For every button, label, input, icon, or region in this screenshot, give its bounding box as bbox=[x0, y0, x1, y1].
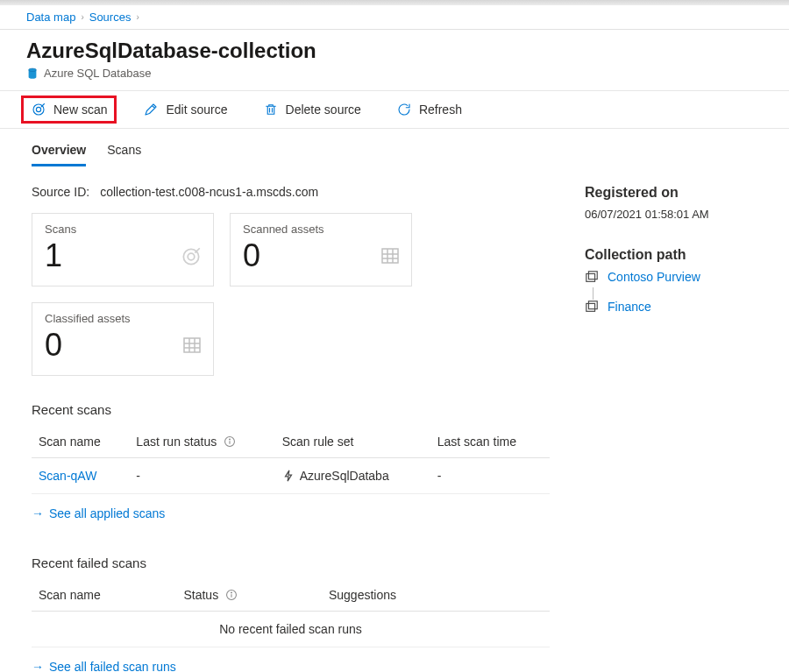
see-all-applied-scans-text: See all applied scans bbox=[49, 506, 165, 520]
see-all-failed-scans-link[interactable]: → See all failed scan runs bbox=[32, 660, 176, 672]
empty-message: No recent failed scan runs bbox=[32, 612, 550, 647]
collection-path-item: Contoso Purview bbox=[585, 270, 757, 284]
tab-overview[interactable]: Overview bbox=[32, 134, 86, 166]
see-all-applied-scans-link[interactable]: → See all applied scans bbox=[32, 506, 165, 520]
stat-cards: Scans 1 Scanned assets 0 Classified asse… bbox=[32, 213, 550, 376]
refresh-button[interactable]: Refresh bbox=[387, 95, 471, 124]
col-failed-status[interactable]: Status bbox=[176, 579, 321, 612]
chevron-right-icon: › bbox=[81, 12, 83, 22]
page-title: AzureSqlDatabase-collection bbox=[26, 39, 763, 63]
recent-failed-heading: Recent failed scans bbox=[32, 555, 550, 570]
info-icon[interactable] bbox=[225, 589, 238, 601]
col-failed-status-text: Status bbox=[183, 588, 218, 602]
col-scan-rule-set[interactable]: Scan rule set bbox=[275, 426, 430, 458]
col-failed-name[interactable]: Scan name bbox=[32, 579, 176, 612]
table-row[interactable]: Scan-qAW - AzureSqlDataba - bbox=[32, 458, 550, 494]
registered-on-label: Registered on bbox=[585, 185, 757, 201]
header-block: AzureSqlDatabase-collection Azure SQL Da… bbox=[0, 30, 789, 90]
col-failed-suggestions[interactable]: Suggestions bbox=[322, 579, 550, 612]
tab-scans[interactable]: Scans bbox=[107, 134, 141, 166]
collection-path-list: Contoso Purview Finance bbox=[585, 270, 757, 314]
info-icon[interactable] bbox=[224, 435, 236, 448]
cell-status: - bbox=[129, 458, 274, 494]
refresh-label: Refresh bbox=[419, 103, 462, 117]
side-column: Registered on 06/07/2021 01:58:01 AM Col… bbox=[585, 185, 757, 672]
arrow-right-icon: → bbox=[32, 660, 44, 672]
new-scan-button[interactable]: New scan bbox=[21, 95, 117, 124]
card-classified-assets-value: 0 bbox=[45, 327, 201, 364]
refresh-icon bbox=[396, 102, 412, 117]
table-grid-icon bbox=[380, 245, 401, 266]
empty-row: No recent failed scan runs bbox=[32, 612, 550, 647]
svg-rect-25 bbox=[588, 272, 597, 279]
recent-scans-heading: Recent scans bbox=[32, 402, 550, 417]
card-classified-assets[interactable]: Classified assets 0 bbox=[32, 302, 214, 376]
recent-failed-table: Scan name Status Suggestions No recent f… bbox=[32, 579, 550, 647]
card-scans-value: 1 bbox=[45, 237, 201, 274]
subtitle-row: Azure SQL Database bbox=[26, 67, 763, 80]
edit-source-button[interactable]: Edit source bbox=[134, 95, 236, 124]
delete-source-label: Delete source bbox=[286, 103, 361, 117]
breadcrumb-link-datamap[interactable]: Data map bbox=[26, 11, 75, 24]
scan-name-link[interactable]: Scan-qAW bbox=[39, 469, 96, 483]
svg-rect-24 bbox=[586, 273, 595, 281]
content-row: Source ID: collection-test.c008-ncus1-a.… bbox=[0, 167, 789, 672]
breadcrumb-link-sources[interactable]: Sources bbox=[89, 11, 132, 24]
svg-point-6 bbox=[188, 253, 195, 260]
col-last-scan-time[interactable]: Last scan time bbox=[430, 426, 550, 458]
svg-rect-13 bbox=[184, 338, 200, 352]
trash-icon bbox=[263, 102, 279, 117]
breadcrumb: Data map › Sources › bbox=[0, 5, 789, 29]
card-classified-assets-label: Classified assets bbox=[45, 312, 201, 325]
collection-icon bbox=[585, 300, 599, 314]
source-id-value: collection-test.c008-ncus1-a.mscds.com bbox=[100, 185, 318, 199]
arrow-right-icon: → bbox=[32, 506, 44, 520]
tabs: Overview Scans bbox=[0, 134, 789, 167]
edit-source-label: Edit source bbox=[166, 103, 227, 117]
subtitle-text: Azure SQL Database bbox=[44, 67, 151, 80]
recent-scans-table: Scan name Last run status Scan rule set … bbox=[32, 426, 550, 494]
scan-target-icon bbox=[180, 245, 203, 268]
path-connector bbox=[593, 287, 757, 300]
registered-on-value: 06/07/2021 01:58:01 AM bbox=[585, 208, 757, 221]
col-last-run-status-text: Last run status bbox=[136, 435, 217, 449]
new-scan-label: New scan bbox=[53, 103, 107, 117]
svg-rect-27 bbox=[588, 301, 597, 309]
see-all-failed-scans-text: See all failed scan runs bbox=[49, 660, 176, 672]
card-scans-label: Scans bbox=[45, 223, 201, 236]
card-scanned-assets-label: Scanned assets bbox=[243, 223, 399, 236]
source-id-label: Source ID: bbox=[32, 185, 89, 199]
chevron-right-icon: › bbox=[136, 12, 139, 22]
toolbar: New scan Edit source Delete source Refre… bbox=[0, 90, 789, 129]
col-last-run-status[interactable]: Last run status bbox=[129, 426, 274, 458]
svg-rect-26 bbox=[586, 303, 595, 311]
collection-path-link[interactable]: Finance bbox=[608, 300, 651, 314]
table-grid-icon bbox=[181, 335, 203, 356]
svg-point-23 bbox=[231, 592, 232, 593]
svg-rect-8 bbox=[382, 249, 398, 263]
col-scan-name[interactable]: Scan name bbox=[32, 426, 129, 458]
collection-path-item: Finance bbox=[585, 300, 757, 314]
scan-target-icon bbox=[31, 102, 46, 117]
cell-time: - bbox=[430, 458, 550, 494]
cell-ruleset-text: AzureSqlDataba bbox=[300, 469, 389, 483]
main-column: Source ID: collection-test.c008-ncus1-a.… bbox=[32, 185, 550, 672]
card-scanned-assets[interactable]: Scanned assets 0 bbox=[230, 213, 412, 286]
svg-point-3 bbox=[36, 107, 40, 111]
source-id-row: Source ID: collection-test.c008-ncus1-a.… bbox=[32, 185, 550, 199]
cell-ruleset: AzureSqlDataba bbox=[275, 458, 430, 494]
delete-source-button[interactable]: Delete source bbox=[254, 95, 370, 124]
lightning-icon bbox=[282, 470, 295, 482]
pencil-icon bbox=[143, 102, 159, 117]
collection-icon bbox=[585, 270, 599, 284]
database-icon bbox=[26, 67, 39, 80]
card-scanned-assets-value: 0 bbox=[243, 237, 399, 274]
collection-path-link[interactable]: Contoso Purview bbox=[608, 270, 700, 284]
svg-point-20 bbox=[230, 439, 231, 440]
collection-path-label: Collection path bbox=[585, 247, 757, 263]
card-scans[interactable]: Scans 1 bbox=[32, 213, 214, 286]
